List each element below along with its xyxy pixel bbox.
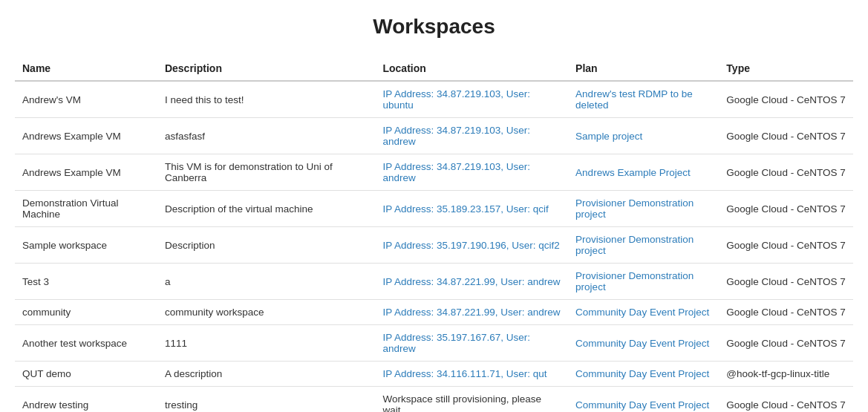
cell-description: Description [157,227,376,264]
plan-link[interactable]: Provisioner Demonstration project [575,234,694,256]
cell-location: IP Address: 34.87.219.103, User: andrew [375,118,568,154]
table-row: QUT demoA descriptionIP Address: 34.116.… [15,362,853,387]
cell-type: @hook-tf-gcp-linux-title [719,362,853,387]
cell-location: IP Address: 34.87.221.99, User: andrew [375,300,568,325]
plan-link[interactable]: Community Day Event Project [575,368,709,379]
cell-description: I need this to test! [157,81,376,118]
table-row: Andrews Example VMasfasfasfIP Address: 3… [15,118,853,154]
cell-plan: Andrews Example Project [568,154,719,191]
page-container: Workspaces Name Description Location Pla… [0,0,868,412]
location-link[interactable]: IP Address: 34.87.221.99, User: andrew [382,307,560,318]
cell-location: IP Address: 35.189.23.157, User: qcif [375,191,568,227]
cell-type: Google Cloud - CeNTOS 7 [719,154,853,191]
table-row: Demonstration Virtual MachineDescription… [15,191,853,227]
table-row: communitycommunity workspaceIP Address: … [15,300,853,325]
cell-plan: Provisioner Demonstration project [568,264,719,300]
location-link[interactable]: IP Address: 34.87.219.103, User: andrew [382,161,530,183]
plan-link[interactable]: Community Day Event Project [575,399,709,411]
cell-description: asfasfasf [157,118,376,154]
table-row: Andrew's VMI need this to test!IP Addres… [15,81,853,118]
plan-link[interactable]: Sample project [575,131,642,142]
cell-description: Description of the virtual machine [157,191,376,227]
plan-link[interactable]: Andrews Example Project [575,167,691,178]
cell-plan: Andrew's test RDMP to be deleted [568,81,719,118]
cell-location: Workspace still provisioning, please wai… [375,387,568,413]
location-link[interactable]: IP Address: 35.197.167.67, User: andrew [382,332,530,354]
cell-description: This VM is for demonstration to Uni of C… [157,154,376,191]
table-body: Andrew's VMI need this to test!IP Addres… [15,81,853,412]
table-row: Another test workspace1111IP Address: 35… [15,325,853,362]
plan-link[interactable]: Provisioner Demonstration project [575,270,694,292]
cell-name: Demonstration Virtual Machine [15,191,157,227]
cell-plan: Community Day Event Project [568,300,719,325]
cell-plan: Provisioner Demonstration project [568,227,719,264]
cell-type: Google Cloud - CeNTOS 7 [719,300,853,325]
cell-plan: Community Day Event Project [568,362,719,387]
plan-link[interactable]: Community Day Event Project [575,338,709,349]
cell-plan: Community Day Event Project [568,325,719,362]
cell-location: IP Address: 35.197.190.196, User: qcif2 [375,227,568,264]
location-link[interactable]: IP Address: 35.189.23.157, User: qcif [382,203,548,215]
plan-link[interactable]: Andrew's test RDMP to be deleted [575,88,693,111]
cell-type: Google Cloud - CeNTOS 7 [719,118,853,154]
workspaces-table: Name Description Location Plan Type Andr… [15,56,853,412]
plan-link[interactable]: Provisioner Demonstration project [575,197,694,220]
cell-description: A description [157,362,376,387]
col-header-location: Location [375,56,568,81]
cell-type: Google Cloud - CeNTOS 7 [719,264,853,300]
cell-type: Google Cloud - CeNTOS 7 [719,387,853,413]
col-header-type: Type [719,56,853,81]
table-row: Sample workspaceDescriptionIP Address: 3… [15,227,853,264]
table-row: Test 3aIP Address: 34.87.221.99, User: a… [15,264,853,300]
cell-name: Andrews Example VM [15,118,157,154]
cell-name: community [15,300,157,325]
col-header-description: Description [157,56,376,81]
header-row: Name Description Location Plan Type [15,56,853,81]
table-row: Andrew testingtrestingWorkspace still pr… [15,387,853,413]
cell-plan: Provisioner Demonstration project [568,191,719,227]
cell-description: 1111 [157,325,376,362]
cell-name: Andrews Example VM [15,154,157,191]
cell-type: Google Cloud - CeNTOS 7 [719,191,853,227]
col-header-plan: Plan [568,56,719,81]
cell-type: Google Cloud - CeNTOS 7 [719,325,853,362]
plan-link[interactable]: Community Day Event Project [575,307,709,318]
cell-name: Another test workspace [15,325,157,362]
cell-description: community workspace [157,300,376,325]
cell-description: tresting [157,387,376,413]
location-link[interactable]: IP Address: 34.87.219.103, User: andrew [382,125,530,147]
cell-type: Google Cloud - CeNTOS 7 [719,227,853,264]
cell-plan: Community Day Event Project [568,387,719,413]
location-link[interactable]: IP Address: 34.87.221.99, User: andrew [382,276,560,287]
cell-location: IP Address: 34.116.111.71, User: qut [375,362,568,387]
location-link[interactable]: IP Address: 34.116.111.71, User: qut [382,368,546,379]
cell-location: IP Address: 34.87.221.99, User: andrew [375,264,568,300]
cell-name: Andrew testing [15,387,157,413]
cell-name: Test 3 [15,264,157,300]
location-link[interactable]: IP Address: 35.197.190.196, User: qcif2 [382,240,559,251]
cell-description: a [157,264,376,300]
cell-name: Sample workspace [15,227,157,264]
cell-name: Andrew's VM [15,81,157,118]
table-row: Andrews Example VMThis VM is for demonst… [15,154,853,191]
cell-plan: Sample project [568,118,719,154]
table-header: Name Description Location Plan Type [15,56,853,81]
cell-location: IP Address: 34.87.219.103, User: ubuntu [375,81,568,118]
page-title: Workspaces [15,15,853,39]
col-header-name: Name [15,56,157,81]
location-link[interactable]: IP Address: 34.87.219.103, User: ubuntu [382,88,530,111]
cell-location: IP Address: 34.87.219.103, User: andrew [375,154,568,191]
cell-type: Google Cloud - CeNTOS 7 [719,81,853,118]
cell-name: QUT demo [15,362,157,387]
cell-location: IP Address: 35.197.167.67, User: andrew [375,325,568,362]
